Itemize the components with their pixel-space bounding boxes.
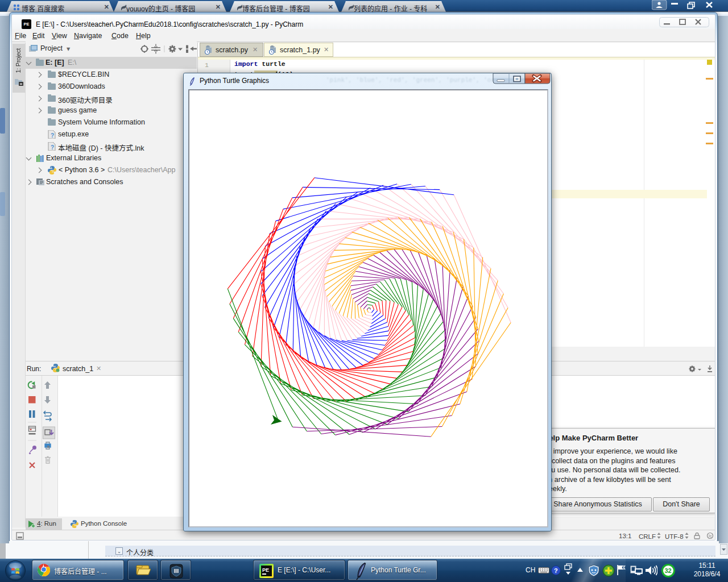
- svg-text:?: ?: [51, 144, 54, 151]
- svg-text:?: ?: [51, 132, 54, 139]
- svg-text:?: ?: [554, 567, 558, 574]
- svg-text:32: 32: [665, 567, 672, 574]
